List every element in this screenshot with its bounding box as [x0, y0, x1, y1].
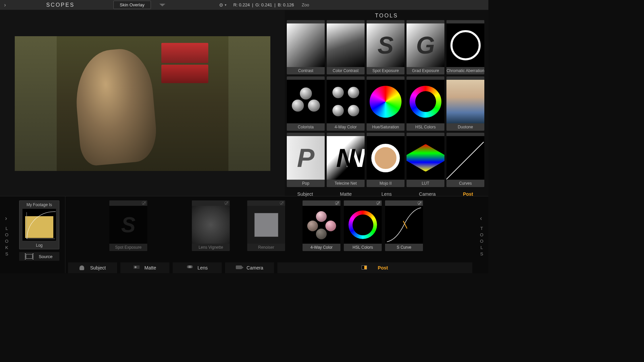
footage-profile-card[interactable]: My Footage Is Log — [19, 200, 59, 249]
tool-telecine-net[interactable]: N Telecine Net — [327, 133, 365, 187]
drag-handle-icon[interactable] — [192, 200, 230, 206]
pillar-right — [228, 36, 270, 171]
drag-handle-icon[interactable] — [344, 200, 382, 206]
tool-duotone[interactable]: Duotone — [446, 76, 484, 131]
preview-subject — [72, 47, 159, 167]
tool-label: Grad Exposure — [407, 67, 444, 74]
person-icon — [79, 265, 86, 270]
tool-lut[interactable]: LUT — [407, 133, 444, 187]
expand-looks-chevron-icon[interactable]: › — [5, 215, 8, 222]
stage-post[interactable]: Post — [277, 262, 472, 273]
source-button[interactable]: Source — [19, 252, 59, 261]
disable-icon[interactable] — [142, 201, 146, 205]
expand-tools-chevron-icon[interactable]: ‹ — [480, 215, 483, 222]
matte-icon — [133, 265, 140, 270]
tool-thumb: G — [407, 23, 444, 67]
drag-handle-icon[interactable] — [287, 20, 325, 23]
zoom-label: Zoo — [302, 2, 309, 7]
prop-crate — [161, 43, 208, 63]
drag-handle-icon[interactable] — [327, 133, 365, 136]
tool-label: Colorista — [287, 123, 325, 131]
drag-handle-icon[interactable] — [407, 20, 444, 23]
drag-handle-icon[interactable] — [327, 76, 365, 80]
tool-hsl-colors[interactable]: HSL Colors — [407, 76, 444, 131]
disable-icon[interactable] — [418, 201, 421, 205]
disable-icon[interactable] — [224, 201, 228, 205]
stage-label: Post — [378, 265, 388, 270]
drag-handle-icon[interactable] — [446, 20, 484, 23]
pillar-left — [15, 36, 57, 171]
expand-scopes-chevron-icon[interactable]: › — [0, 0, 10, 10]
drag-handle-icon[interactable] — [407, 133, 444, 136]
lut-cube-icon — [407, 144, 444, 172]
drag-handle-icon[interactable] — [287, 133, 325, 136]
tool-spot-exposure[interactable]: S Spot Exposure — [367, 20, 405, 74]
chain-thumb — [344, 206, 382, 244]
chain-label: 4-Way Color — [303, 244, 340, 251]
drag-handle-icon[interactable] — [303, 200, 340, 206]
gear-icon: ⚙ — [219, 2, 223, 8]
hue-wheel-icon — [370, 86, 401, 118]
chain-4way-color[interactable]: 4-Way Color — [303, 200, 340, 251]
post-icon — [362, 265, 368, 270]
mojo-ring-icon — [371, 144, 400, 172]
drag-handle-icon[interactable] — [327, 20, 365, 23]
drag-handle-icon[interactable] — [287, 76, 325, 80]
stage-label: Subject — [90, 265, 106, 270]
trackballs-icon — [307, 210, 337, 240]
preview-viewer[interactable] — [15, 36, 270, 171]
tool-label: LUT — [407, 180, 444, 187]
tool-contrast[interactable]: Contrast — [287, 20, 325, 74]
tab-matte[interactable]: Matte — [325, 189, 366, 199]
chain-label: Renoiser — [247, 244, 285, 251]
tool-label: Mojo II — [367, 180, 405, 187]
tool-color-contrast[interactable]: Color Contrast — [327, 20, 365, 74]
tool-thumb — [367, 80, 405, 123]
drag-handle-icon[interactable] — [446, 76, 484, 80]
drag-handle-icon[interactable] — [367, 133, 405, 136]
stage-matte[interactable]: Matte — [120, 262, 169, 273]
disable-icon[interactable] — [280, 201, 283, 205]
r-value: R: 0.224 — [233, 2, 250, 7]
drag-handle-icon[interactable] — [385, 200, 423, 206]
tool-thumb — [446, 23, 484, 67]
chain-renoiser[interactable]: Renoiser — [247, 200, 285, 251]
stage-subject[interactable]: Subject — [68, 262, 117, 273]
viewer-settings[interactable]: ⚙ ▾ — [219, 2, 226, 8]
tool-colorista[interactable]: Colorista — [287, 76, 325, 131]
tool-mojo-ii[interactable]: Mojo II — [367, 133, 405, 187]
tool-label: Hue/Saturation — [367, 123, 405, 131]
tool-pop[interactable]: P Pop — [287, 133, 325, 187]
disable-icon[interactable] — [376, 201, 380, 205]
tab-camera[interactable]: Camera — [407, 189, 447, 199]
stage-camera[interactable]: Camera — [225, 262, 274, 273]
tab-subject[interactable]: Subject — [285, 189, 325, 199]
film-icon — [26, 254, 33, 259]
skin-overlay-button[interactable]: Skin Overlay — [113, 1, 151, 9]
tool-hue-saturation[interactable]: Hue/Saturation — [367, 76, 405, 131]
tool-category-tabs: Subject Matte Lens Camera Post — [285, 189, 488, 199]
chain-lens-vignette[interactable]: Lens Vignette — [192, 200, 230, 251]
hsl-ring-icon — [410, 86, 441, 118]
tool-curves[interactable]: Curves — [446, 133, 484, 187]
drag-handle-icon[interactable] — [247, 200, 285, 206]
drag-handle-icon[interactable] — [446, 133, 484, 136]
chain-spot-exposure[interactable]: S Spot Exposure — [109, 200, 147, 251]
tool-grad-exposure[interactable]: G Grad Exposure — [407, 20, 444, 74]
stage-lens[interactable]: Lens — [173, 262, 222, 273]
overlay-dropdown-chevron-icon[interactable] — [159, 4, 165, 6]
tool-4way-color[interactable]: 4-Way Color — [327, 76, 365, 131]
tab-lens[interactable]: Lens — [366, 189, 407, 199]
drag-handle-icon[interactable] — [367, 76, 405, 80]
drag-handle-icon[interactable] — [109, 200, 147, 206]
drag-handle-icon[interactable] — [407, 76, 444, 80]
tool-chromatic-aberration[interactable]: Chromatic Aberration — [446, 20, 484, 74]
chain-s-curve[interactable]: S Curve — [385, 200, 423, 251]
source-label: Source — [39, 254, 52, 259]
letter-g-icon: G — [416, 32, 435, 59]
disable-icon[interactable] — [335, 201, 339, 205]
tab-post[interactable]: Post — [448, 189, 488, 199]
letter-s-icon: S — [377, 32, 393, 59]
drag-handle-icon[interactable] — [367, 20, 405, 23]
chain-hsl-colors[interactable]: HSL Colors — [344, 200, 382, 251]
